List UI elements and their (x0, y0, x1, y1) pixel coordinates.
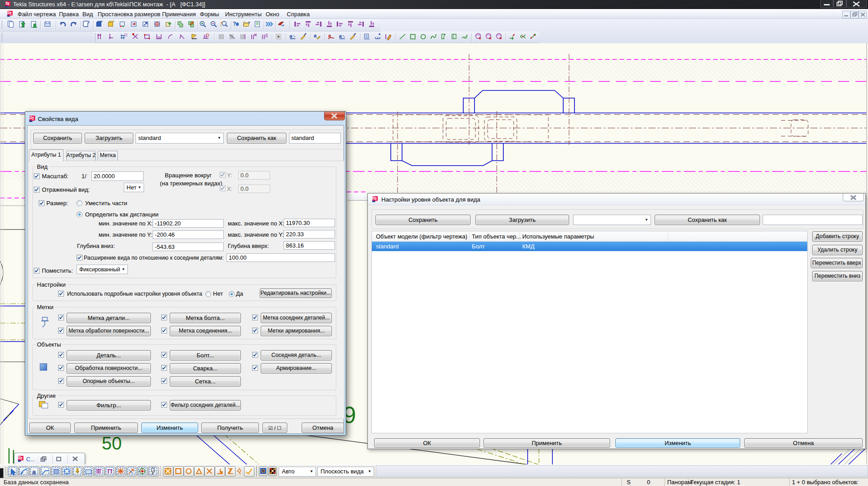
svg-text:50: 50 (102, 433, 122, 453)
svg-text:a: a (339, 33, 342, 39)
svg-text:a: a (314, 33, 317, 38)
svg-text:a: a (32, 468, 36, 476)
svg-text:?: ? (233, 21, 236, 27)
svg-text:a: a (289, 33, 293, 39)
